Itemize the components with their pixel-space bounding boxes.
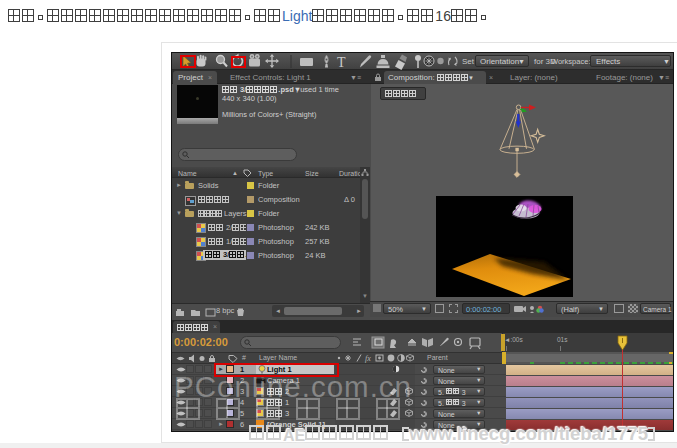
svg-text:fx: fx (365, 354, 371, 363)
svg-text:T: T (337, 55, 346, 70)
